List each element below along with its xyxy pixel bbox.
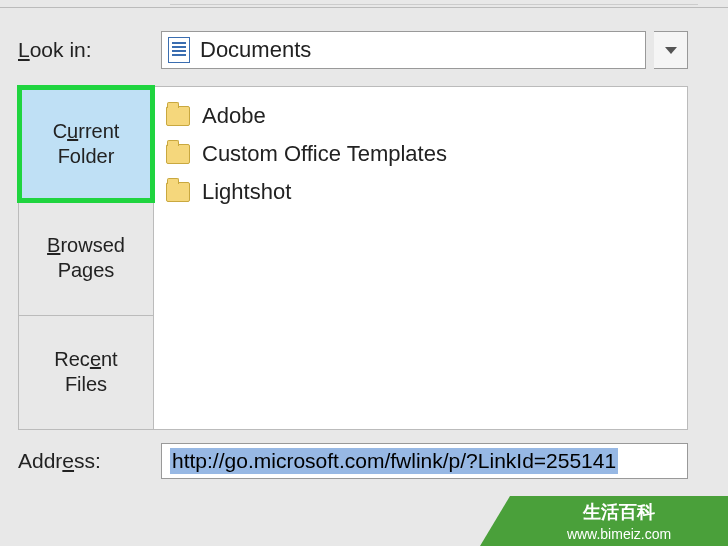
- look-in-row: Look in: Documents: [18, 30, 688, 70]
- list-item[interactable]: Lightshot: [166, 173, 675, 211]
- look-in-value: Documents: [200, 37, 311, 63]
- tab-recent-files[interactable]: Recent Files: [19, 316, 153, 429]
- address-row: Address: http://go.microsoft.com/fwlink/…: [18, 442, 688, 480]
- file-name: Custom Office Templates: [202, 141, 447, 167]
- tab-current-line1: Current: [53, 119, 120, 144]
- file-name: Adobe: [202, 103, 266, 129]
- folder-icon: [166, 144, 190, 164]
- tab-current-line2: Folder: [58, 144, 115, 169]
- list-item[interactable]: Adobe: [166, 97, 675, 135]
- main-area: Current Folder Browsed Pages Recent File…: [18, 86, 688, 430]
- browse-tabs: Current Folder Browsed Pages Recent File…: [18, 86, 153, 430]
- tab-browsed-line1: Browsed: [47, 233, 125, 258]
- file-list[interactable]: Adobe Custom Office Templates Lightshot: [153, 86, 688, 430]
- window-top-inner: [170, 2, 698, 5]
- look-in-combo[interactable]: Documents: [161, 31, 646, 69]
- look-in-dropdown-button[interactable]: [654, 31, 688, 69]
- address-label: Address:: [18, 449, 153, 473]
- folder-icon: [166, 106, 190, 126]
- document-icon: [168, 37, 190, 63]
- tab-current-folder[interactable]: Current Folder: [19, 87, 153, 201]
- tab-recent-line1: Recent: [54, 347, 117, 372]
- tab-browsed-pages[interactable]: Browsed Pages: [19, 201, 153, 315]
- file-name: Lightshot: [202, 179, 291, 205]
- watermark: 生活百科 www.bimeiz.com: [510, 496, 728, 546]
- look-in-label: Look in:: [18, 38, 153, 62]
- look-in-label-rest: ook in:: [30, 38, 92, 61]
- chevron-down-icon: [665, 47, 677, 54]
- address-input[interactable]: http://go.microsoft.com/fwlink/p/?LinkId…: [161, 443, 688, 479]
- list-item[interactable]: Custom Office Templates: [166, 135, 675, 173]
- watermark-decoration: [480, 496, 510, 546]
- look-in-label-accel: L: [18, 38, 30, 61]
- tab-recent-line2: Files: [65, 372, 107, 397]
- watermark-url: www.bimeiz.com: [567, 526, 671, 542]
- folder-icon: [166, 182, 190, 202]
- tab-browsed-line2: Pages: [58, 258, 115, 283]
- watermark-title: 生活百科: [583, 500, 655, 524]
- address-value: http://go.microsoft.com/fwlink/p/?LinkId…: [170, 448, 618, 474]
